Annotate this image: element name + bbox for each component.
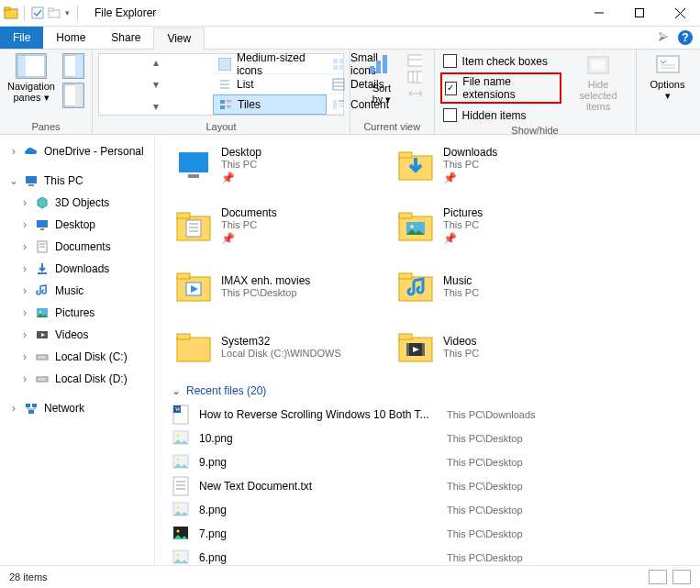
view-details-icon[interactable]: [649, 570, 667, 584]
onedrive-icon: [24, 144, 39, 159]
recent-file-row[interactable]: 9.png This PC\Desktop: [172, 450, 700, 474]
svg-rect-85: [177, 338, 210, 361]
layout-small-icons[interactable]: Small icons: [327, 54, 343, 74]
file-name-extensions-toggle[interactable]: ✓ File name extensions: [440, 72, 561, 104]
tile-item[interactable]: System32 Local Disk (C:)\WINDOWS: [172, 316, 379, 377]
tile-item[interactable]: IMAX enh. movies This PC\Desktop: [172, 256, 379, 316]
nav-documents[interactable]: ›Documents: [0, 236, 154, 258]
recent-file-row[interactable]: W How to Reverse Scrolling Windows 10 Bo…: [172, 403, 700, 427]
svg-rect-2: [32, 7, 43, 18]
preview-pane-button[interactable]: [57, 51, 90, 110]
recent-files-header[interactable]: ⌄ Recent files (20): [172, 377, 700, 403]
recent-file-row[interactable]: 6.png This PC\Desktop: [172, 546, 700, 565]
svg-point-62: [45, 379, 47, 381]
folder-icon: [173, 327, 214, 367]
recent-file-row[interactable]: 7.png This PC\Desktop: [172, 522, 700, 546]
recent-file-row[interactable]: New Text Document.txt This PC\Desktop: [172, 474, 700, 498]
view-large-icons-icon[interactable]: [672, 570, 691, 584]
home-tab[interactable]: Home: [43, 27, 98, 49]
pin-icon: 📌: [443, 172, 497, 184]
svg-rect-16: [218, 58, 231, 71]
file-tab[interactable]: File: [0, 27, 43, 49]
view-tab[interactable]: View: [153, 28, 205, 50]
qat-dropdown-icon[interactable]: ▾: [63, 8, 72, 17]
content-area[interactable]: Desktop This PC 📌 Downloads This PC 📌 Do…: [155, 135, 700, 565]
maximize-button[interactable]: [619, 0, 660, 26]
tile-location: This PC: [443, 159, 497, 170]
svg-rect-99: [173, 477, 188, 495]
navigation-tree[interactable]: › OneDrive - Personal ⌄ This PC ›3D Obje…: [0, 135, 155, 565]
nav-local-disk-d[interactable]: ›Local Disk (D:): [0, 368, 154, 390]
layout-content[interactable]: Content: [327, 94, 343, 115]
tab-bar: File Home Share View ⮚ ?: [0, 27, 700, 50]
nav-videos[interactable]: ›Videos: [0, 324, 154, 346]
thispc-icon: [24, 173, 39, 188]
details-pane-icon: [62, 83, 84, 108]
help-icon[interactable]: ?: [678, 30, 693, 45]
layout-details[interactable]: Details: [327, 74, 343, 94]
layout-medium-icons[interactable]: Medium-sized icons: [213, 54, 327, 74]
tile-item[interactable]: Videos This PC: [394, 316, 601, 377]
svg-point-106: [177, 530, 180, 533]
tile-item[interactable]: Music This PC: [394, 256, 601, 316]
nav-music[interactable]: ›Music: [0, 280, 154, 302]
navigation-pane-button[interactable]: Navigationpanes ▾: [6, 51, 57, 105]
nav-network[interactable]: ›Network: [0, 397, 154, 419]
share-tab[interactable]: Share: [98, 27, 153, 49]
svg-rect-86: [177, 334, 190, 339]
file-name: New Text Document.txt: [199, 480, 438, 493]
tile-name: IMAX enh. movies: [221, 274, 310, 287]
nav-3d-objects[interactable]: ›3D Objects: [0, 192, 154, 214]
hidden-items-toggle[interactable]: Hidden items: [440, 107, 561, 123]
svg-rect-20: [339, 65, 344, 70]
options-button[interactable]: Options▾: [642, 51, 694, 103]
layout-scroll[interactable]: ▴▾▾: [99, 54, 213, 115]
tile-item[interactable]: Downloads This PC 📌: [394, 135, 601, 195]
sizecolumns-icon[interactable]: [407, 86, 422, 101]
file-icon: [172, 428, 190, 449]
svg-rect-51: [40, 228, 44, 230]
svg-rect-45: [657, 56, 679, 72]
nav-downloads[interactable]: ›Downloads: [0, 258, 154, 280]
minimize-button[interactable]: [579, 0, 619, 26]
tile-item[interactable]: Documents This PC 📌: [172, 195, 379, 256]
tile-location: This PC: [443, 219, 483, 230]
folder-icon: [395, 205, 436, 246]
pin-icon: 📌: [443, 232, 483, 245]
tile-item[interactable]: Desktop This PC 📌: [172, 135, 379, 195]
sort-by-button[interactable]: Sortby ▾: [356, 51, 407, 106]
layout-group-label: Layout: [98, 119, 344, 134]
tile-item[interactable]: Pictures This PC 📌: [394, 195, 601, 256]
nav-thispc[interactable]: ⌄ This PC: [0, 170, 154, 192]
nav-onedrive[interactable]: › OneDrive - Personal: [0, 140, 154, 162]
close-button[interactable]: [660, 0, 700, 26]
svg-rect-63: [26, 404, 30, 407]
layout-list[interactable]: List: [213, 74, 327, 94]
item-check-boxes-toggle[interactable]: Item check boxes: [440, 53, 561, 69]
groupby-icon[interactable]: [407, 53, 422, 68]
addcolumns-icon[interactable]: [407, 70, 422, 84]
file-name: 6.png: [199, 551, 438, 564]
layout-gallery[interactable]: Medium-sized icons Small icons ▴▾▾ List …: [98, 53, 344, 116]
recent-files-list: W How to Reverse Scrolling Windows 10 Bo…: [172, 403, 700, 565]
documents-icon: [35, 239, 50, 254]
recent-file-row[interactable]: 8.png This PC\Desktop: [172, 498, 700, 522]
svg-rect-19: [333, 65, 338, 70]
svg-rect-13: [75, 55, 83, 77]
recent-file-row[interactable]: 10.png This PC\Desktop: [172, 427, 700, 450]
svg-rect-65: [28, 410, 34, 414]
layout-tiles[interactable]: Tiles: [213, 94, 327, 115]
nav-pictures[interactable]: ›Pictures: [0, 302, 154, 324]
folder-icon: [395, 266, 436, 306]
nav-desktop[interactable]: ›Desktop: [0, 214, 154, 236]
minimize-ribbon-icon[interactable]: ⮚: [658, 31, 669, 44]
qat-properties-icon[interactable]: [30, 6, 45, 20]
navigation-pane-icon: [16, 53, 47, 79]
file-location: This PC\Downloads: [447, 409, 536, 420]
sort-icon: [370, 53, 394, 81]
tile-location: This PC: [443, 348, 479, 359]
hide-selected-items-button: Hide selecteditems: [567, 51, 630, 114]
qat-newfolder-icon[interactable]: [47, 6, 61, 20]
tile-name: System32: [221, 335, 341, 348]
nav-local-disk-c[interactable]: ›Local Disk (C:): [0, 346, 154, 368]
